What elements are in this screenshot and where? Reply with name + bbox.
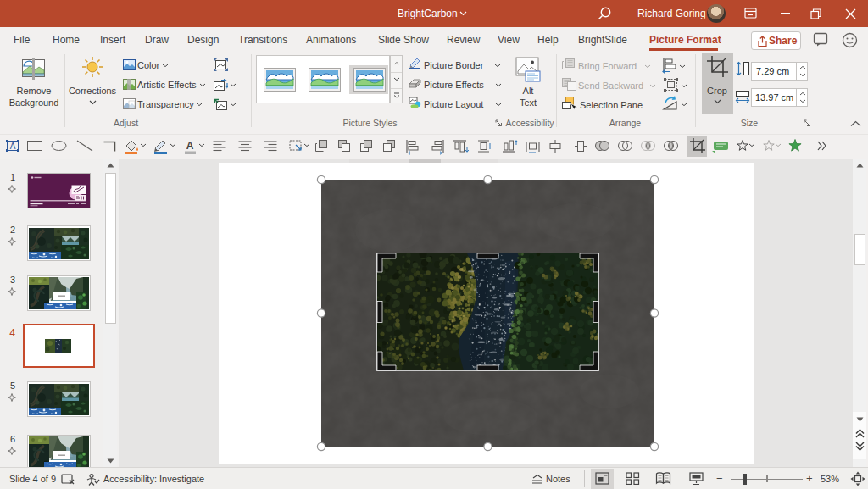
svg-text:A: A <box>186 140 194 152</box>
svg-text:A: A <box>10 142 16 151</box>
